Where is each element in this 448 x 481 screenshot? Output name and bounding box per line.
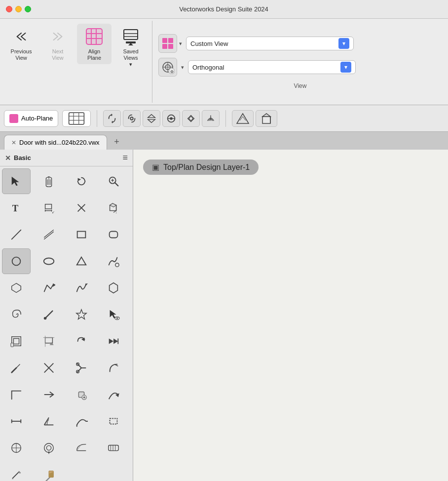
orbit-button[interactable] xyxy=(182,110,200,127)
protractor-tool[interactable] xyxy=(67,435,96,461)
crop-tool[interactable] xyxy=(35,328,63,354)
arrow-tool[interactable] xyxy=(35,382,63,407)
hammer-tool[interactable] xyxy=(35,462,63,481)
custom-view-label: Custom View xyxy=(190,40,228,47)
zoom-fit-button[interactable] xyxy=(143,110,160,127)
triangle-tool[interactable] xyxy=(67,248,96,274)
auto-plane-button[interactable]: Auto-Plane xyxy=(4,110,58,127)
svg-marker-75 xyxy=(110,283,118,293)
canvas-area[interactable]: ▣ Top/Plan Design Layer-1 xyxy=(133,150,448,481)
oval-tool[interactable] xyxy=(35,248,63,274)
tool-panel-menu-icon[interactable]: ≡ xyxy=(122,153,128,163)
projection-dropdown-arrow[interactable]: ▾ xyxy=(181,64,184,71)
text-tool[interactable]: T xyxy=(2,195,31,221)
custom-view-dropdown[interactable]: Custom View ▾ xyxy=(186,37,354,50)
double-line-tool[interactable] xyxy=(35,222,63,247)
compass-tool[interactable] xyxy=(2,435,31,461)
tool-panel-header: ✕ Basic ≡ xyxy=(0,150,133,166)
svg-rect-116 xyxy=(110,418,117,424)
spiral-tool[interactable] xyxy=(2,302,31,327)
svg-text:T: T xyxy=(12,203,19,213)
add-tab-button[interactable]: + xyxy=(110,135,124,149)
measure-angle-tool[interactable] xyxy=(35,408,63,434)
trim-tool[interactable] xyxy=(67,195,96,221)
svg-line-129 xyxy=(13,472,19,478)
frame-tool[interactable] xyxy=(2,328,31,354)
pan-view-button[interactable] xyxy=(123,110,141,127)
select-tool[interactable] xyxy=(2,168,31,194)
nurbs-tool[interactable] xyxy=(67,275,96,301)
arc-tool[interactable] xyxy=(99,355,128,381)
freehand-tool[interactable] xyxy=(99,248,128,274)
previous-view-button[interactable]: Previous View xyxy=(4,24,38,64)
tape-tool[interactable] xyxy=(99,435,128,461)
svg-rect-51 xyxy=(45,204,51,209)
reshape-tool[interactable] xyxy=(67,382,96,407)
custom-view-row: ▾ Custom View ▾ xyxy=(158,34,442,53)
zoom-tool[interactable] xyxy=(99,168,128,194)
active-tab[interactable]: ✕ Door with sid...024b220.vwx xyxy=(4,135,107,150)
rectangle-tool[interactable] xyxy=(67,222,96,247)
polyline-tool[interactable] xyxy=(35,275,63,301)
toolbar-view-section-label: View xyxy=(158,82,442,89)
svg-point-68 xyxy=(12,257,21,266)
hexagon-tool[interactable] xyxy=(99,275,128,301)
polygon-tool[interactable] xyxy=(2,275,31,301)
pencil-tool[interactable] xyxy=(2,462,31,481)
move-node-tool[interactable] xyxy=(99,382,128,407)
first-last-frame-tool[interactable] xyxy=(99,328,128,354)
look-button[interactable] xyxy=(162,110,180,127)
layer-indicator: ▣ Top/Plan Design Layer-1 xyxy=(143,160,259,175)
fly-button[interactable] xyxy=(202,110,220,127)
line-tool[interactable] xyxy=(2,222,31,247)
next-view-icon xyxy=(48,27,68,46)
chevron-down-icon: ▾ xyxy=(342,40,345,47)
blade-tool[interactable] xyxy=(2,355,31,381)
orthogonal-arrow[interactable]: ▾ xyxy=(340,62,351,73)
saved-views-button[interactable]: SavedViews▾ xyxy=(113,24,148,71)
align-plane-button[interactable]: AlignPlane xyxy=(77,24,112,64)
next-view-button[interactable]: NextView xyxy=(40,24,75,64)
circle-tool[interactable] xyxy=(2,248,31,274)
svg-rect-13 xyxy=(162,44,167,49)
scissors-tool[interactable] xyxy=(67,355,96,381)
view-grid-icon-box[interactable] xyxy=(158,34,177,53)
3d-object-tool[interactable]: ↓ xyxy=(99,195,128,221)
toolbar: Previous View NextView xyxy=(0,19,448,105)
rotate-tool[interactable] xyxy=(67,168,96,194)
main-area: ✕ Basic ≡ xyxy=(0,150,448,481)
custom-view-arrow[interactable]: ▾ xyxy=(338,38,349,49)
svg-line-113 xyxy=(44,418,48,425)
close-panel-icon[interactable]: ✕ xyxy=(5,154,11,162)
toolbar-left-section: Previous View NextView xyxy=(0,21,152,103)
selection-arrow-eye-tool[interactable] xyxy=(99,302,128,327)
svg-point-121 xyxy=(46,445,51,450)
tool-panel: ✕ Basic ≡ xyxy=(0,150,133,481)
ring-tool[interactable] xyxy=(35,435,63,461)
orthogonal-dropdown[interactable]: Orthogonal ▾ xyxy=(188,60,356,74)
3d-arrow-button[interactable] xyxy=(232,110,254,127)
view-controls-group-2 xyxy=(232,110,277,127)
measure-linear-tool[interactable] xyxy=(2,408,31,434)
arc-length-tool[interactable] xyxy=(67,408,96,434)
cube-view-button[interactable] xyxy=(256,110,277,127)
eyedropper-tool[interactable] xyxy=(35,302,63,327)
star-tool[interactable] xyxy=(67,302,96,327)
dimension-tool[interactable]: ↙ xyxy=(35,195,63,221)
grid-display-button[interactable] xyxy=(62,110,91,127)
rotate-2d-tool[interactable] xyxy=(67,328,96,354)
svg-point-71 xyxy=(115,263,119,267)
svg-rect-83 xyxy=(13,338,19,344)
svg-marker-90 xyxy=(109,338,113,344)
svg-marker-70 xyxy=(76,257,86,265)
rotate-view-button[interactable] xyxy=(103,110,121,127)
corner-tool[interactable] xyxy=(2,382,31,407)
rounded-rect-tool[interactable] xyxy=(99,222,128,247)
view-grid-dropdown-arrow[interactable]: ▾ xyxy=(179,40,182,47)
pan-tool[interactable] xyxy=(35,168,63,194)
measure-perimeter-tool[interactable] xyxy=(99,408,128,434)
cross-tool[interactable] xyxy=(35,355,63,381)
projection-icon-box[interactable]: ⚙ xyxy=(158,58,177,77)
tab-close-icon[interactable]: ✕ xyxy=(11,139,16,146)
svg-point-69 xyxy=(44,258,54,265)
